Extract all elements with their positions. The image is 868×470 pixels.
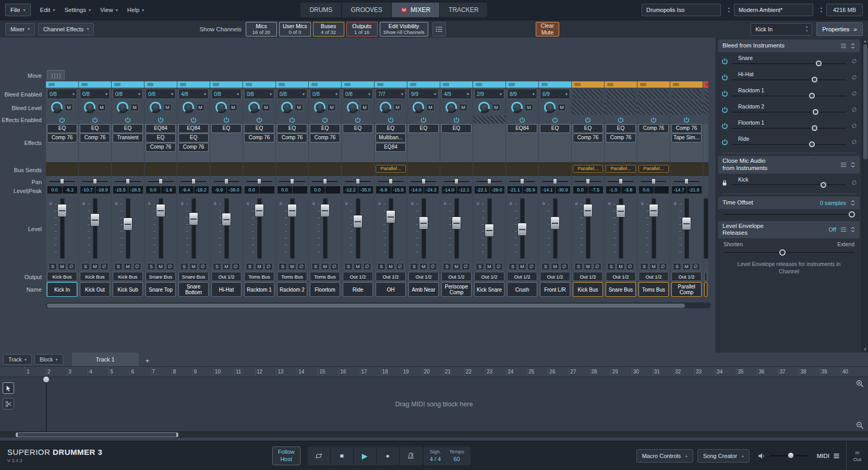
- fader-track[interactable]: [93, 198, 98, 259]
- bleed-mute-button[interactable]: M: [360, 104, 369, 111]
- bus-send-button[interactable]: Parallel...: [376, 165, 406, 173]
- bleed-mute-button[interactable]: M: [262, 104, 270, 111]
- effects-power-row[interactable]: [506, 116, 538, 124]
- bleed-level-knob[interactable]: [544, 102, 556, 113]
- fader-handle[interactable]: [517, 223, 527, 236]
- pan-handle[interactable]: [93, 178, 97, 184]
- output-routing-button[interactable]: Out 1/2: [638, 272, 669, 281]
- pan-handle[interactable]: [586, 178, 590, 184]
- bleed-mute-button[interactable]: M: [492, 104, 500, 111]
- effects-power-row[interactable]: [407, 116, 440, 124]
- effects-power-row[interactable]: [637, 116, 670, 124]
- bypass-button[interactable]: ∅: [100, 263, 108, 270]
- bleed-routing-dropdown[interactable]: 4/9 ▾: [441, 89, 472, 99]
- properties-scrollbar[interactable]: ▲ ▼: [862, 38, 868, 353]
- solo-button[interactable]: S: [476, 263, 484, 270]
- bleed-routing-dropdown[interactable]: 4/8 ▾: [178, 89, 209, 99]
- bleed-routing-dropdown[interactable]: 0/8 ▾: [211, 89, 242, 99]
- level-envelope-slider[interactable]: [724, 249, 854, 256]
- pan-slider[interactable]: [605, 177, 637, 185]
- pan-handle[interactable]: [421, 178, 426, 184]
- solo-button[interactable]: S: [541, 263, 550, 270]
- close-mic-section-header[interactable]: Close Mic Audio from Instruments: [718, 156, 860, 174]
- pan-slider[interactable]: [309, 177, 341, 185]
- pan-handle[interactable]: [389, 178, 393, 184]
- channel-name-button[interactable]: Parallel Comp: [671, 282, 702, 297]
- solo-button[interactable]: S: [311, 263, 320, 270]
- pan-slider[interactable]: [375, 177, 407, 185]
- output-routing-button[interactable]: Out 1/2: [540, 272, 570, 281]
- pan-slider[interactable]: [79, 177, 111, 185]
- fader-handle[interactable]: [616, 204, 625, 218]
- bleed-mute-button[interactable]: M: [130, 104, 139, 111]
- channel-color-bar[interactable]: [276, 81, 308, 88]
- follow-host-button[interactable]: Follow Host: [272, 447, 300, 465]
- pan-handle[interactable]: [684, 178, 689, 184]
- track-menu-dropdown[interactable]: Track▾: [3, 354, 32, 365]
- filter-user-mics-button[interactable]: User Mics 0 of 0: [279, 22, 311, 37]
- bypass-icon[interactable]: ∅: [847, 74, 857, 81]
- bus-sends-cell[interactable]: [440, 162, 473, 176]
- bypass-icon[interactable]: ∅: [847, 58, 857, 65]
- bus-sends-cell[interactable]: Parallel...: [375, 162, 407, 176]
- signature-display[interactable]: Sign. 4 / 4: [430, 449, 441, 463]
- bypass-icon[interactable]: ∅: [847, 179, 857, 186]
- bus-sends-cell[interactable]: [177, 162, 210, 176]
- pan-slider[interactable]: [144, 177, 177, 185]
- mute-button[interactable]: M: [551, 263, 559, 270]
- properties-button[interactable]: Properties »: [816, 22, 863, 36]
- level-fader[interactable]: 0: [703, 195, 708, 262]
- output-routing-button[interactable]: Out 1/2: [507, 272, 537, 281]
- song-track-lane[interactable]: Drag MIDI song block here: [0, 377, 868, 431]
- mute-button[interactable]: M: [222, 263, 231, 270]
- bus-sends-cell[interactable]: [342, 162, 374, 176]
- slider-handle[interactable]: [812, 125, 817, 131]
- bypass-button[interactable]: ∅: [560, 263, 569, 270]
- bleed-section-header[interactable]: Bleed from Instruments: [718, 40, 860, 52]
- pan-slider[interactable]: [407, 177, 440, 185]
- slider-handle[interactable]: [813, 109, 818, 115]
- effect-slot-button[interactable]: EQ: [343, 124, 373, 133]
- effects-power-row[interactable]: [572, 116, 604, 124]
- bus-sends-cell[interactable]: [79, 162, 111, 176]
- bypass-button[interactable]: ∅: [692, 263, 700, 270]
- bleed-mute-button[interactable]: M: [558, 104, 566, 111]
- effect-slot-button[interactable]: Comp 76: [244, 134, 274, 142]
- solo-button[interactable]: S: [81, 263, 90, 270]
- slider-handle[interactable]: [779, 249, 786, 256]
- output-routing-button[interactable]: Kick Bus: [47, 272, 77, 281]
- bleed-mute-button[interactable]: M: [229, 104, 237, 111]
- collapse-icon[interactable]: [850, 43, 855, 49]
- bypass-icon[interactable]: ∅: [847, 90, 857, 97]
- menu-icon[interactable]: [840, 227, 847, 232]
- effects-power-row[interactable]: [79, 116, 111, 124]
- channel-color-bar[interactable]: [407, 81, 440, 88]
- bypass-button[interactable]: ∅: [527, 263, 536, 270]
- cut-tool-button[interactable]: [3, 398, 14, 409]
- block-menu-dropdown[interactable]: Block▾: [34, 354, 63, 365]
- bleed-routing-dropdown[interactable]: ▾: [573, 89, 603, 99]
- level-fader[interactable]: 0: [342, 195, 374, 262]
- bypass-button[interactable]: ∅: [396, 263, 404, 270]
- slider-handle[interactable]: [849, 211, 855, 218]
- bleed-level-knob[interactable]: [183, 102, 194, 113]
- bus-sends-cell[interactable]: [407, 162, 440, 176]
- mute-button[interactable]: M: [58, 263, 66, 270]
- mute-button[interactable]: M: [288, 263, 296, 270]
- solo-button[interactable]: S: [180, 263, 188, 270]
- tab-drums[interactable]: DRUMS: [300, 3, 342, 17]
- solo-button[interactable]: S: [114, 263, 123, 270]
- menu-file[interactable]: File ▾: [5, 4, 31, 16]
- effects-power-row[interactable]: [144, 116, 177, 124]
- level-fader[interactable]: 0: [276, 195, 308, 262]
- channel-color-bar[interactable]: [670, 81, 703, 88]
- pan-slider[interactable]: [243, 177, 275, 185]
- effects-power-row[interactable]: [375, 116, 407, 124]
- pan-handle[interactable]: [487, 178, 491, 184]
- bleed-routing-dropdown[interactable]: 9/9 ▾: [408, 89, 439, 99]
- mute-button[interactable]: M: [321, 263, 329, 270]
- bleed-mute-button[interactable]: M: [459, 104, 467, 111]
- channel-color-bar[interactable]: [375, 81, 407, 88]
- volume-handle[interactable]: [788, 452, 794, 459]
- bus-sends-cell[interactable]: [112, 162, 144, 176]
